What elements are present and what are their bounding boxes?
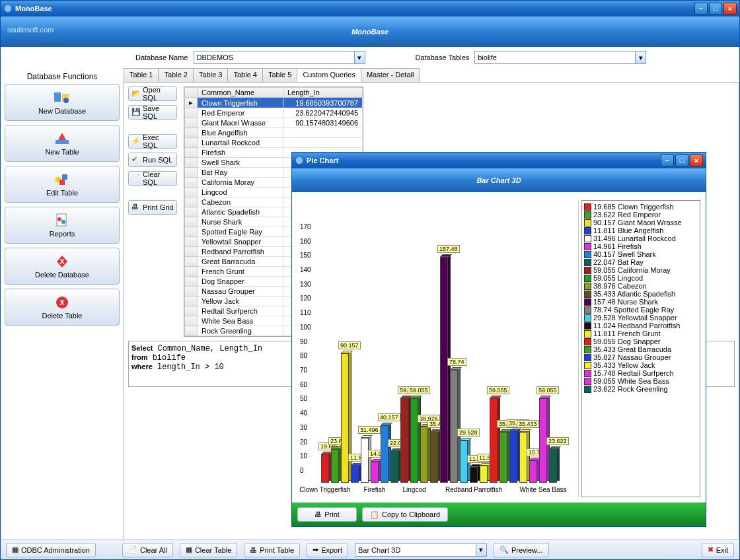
sidebar-delete-table-button[interactable]: XDelete Table [5,289,120,326]
close-button[interactable]: × [723,3,737,15]
legend-item: 59.055 White Sea Bass [584,377,698,385]
tab-table-4[interactable]: Table 4 [227,68,262,82]
legend-swatch [584,243,591,250]
legend-item: 78.74 Spotted Eagle Ray [584,306,698,314]
legend-item: 59.055 Lingcod [584,274,698,282]
tab-table-2[interactable]: Table 2 [158,68,193,82]
cell-length: 90.1574803149606 [283,118,363,128]
column-header[interactable]: Length_In [283,88,363,98]
print-grid-button[interactable]: 🖶Print Grid [128,200,177,215]
odbc-admin-button[interactable]: ▦ODBC Administration [6,543,96,557]
exit-button[interactable]: ✖Exit [702,543,734,557]
tab-custom-queries[interactable]: Custom Queries [297,68,361,82]
sidebar-item-label: New Database [38,107,86,115]
db-tables-input[interactable] [475,52,635,63]
legend-item: 22.047 Bat Ray [584,258,698,266]
sidebar-delete-database-button[interactable]: XDelete Database [5,248,120,285]
legend-label: 90.157 Giant Maori Wrasse [593,219,682,227]
copy-clipboard-button[interactable]: 📋Copy to Clipboard [362,507,448,522]
copy-icon: 📋 [370,510,379,519]
subdomain-label: ssuitesoft.com [7,26,54,34]
db-name-combo[interactable]: ▾ [194,51,365,64]
table-row[interactable]: Giant Maori Wrasse90.1574803149606 [185,118,363,128]
legend-item: 31.496 Lunartail Rockcod [584,234,698,242]
legend-item: 19.685 Clown Triggerfish [584,203,698,211]
legend-swatch [584,259,591,266]
sidebar-item-label: Reports [50,230,75,238]
row-marker [185,128,198,138]
legend-swatch [584,219,591,227]
sidebar-edit-table-button[interactable]: Edit Table [5,166,120,203]
column-header[interactable]: Common_Name [198,88,283,98]
legend-label: 38.976 Cabezon [593,282,647,290]
tab-table-3[interactable]: Table 3 [193,68,228,82]
legend-swatch [584,283,591,290]
chart-type-input[interactable] [355,544,476,556]
svg-text:X: X [59,258,65,265]
clear-all-button[interactable]: 📄Clear All [122,543,173,557]
table-row[interactable]: ▸Clown Triggerfish19.6850393700787 [185,98,363,108]
legend-swatch [584,370,591,377]
sidebar-reports-button[interactable]: Reports [5,207,120,244]
chart-minimize-button[interactable]: − [661,155,674,166]
legend-swatch [584,354,591,361]
sidebar-icon [53,90,71,106]
cell-name: Lingcod [198,188,283,197]
legend-item: 35.433 Great Barracuda [584,345,698,353]
legend-label: 59.055 Dog Snapper [593,337,661,345]
main-titlebar: MonoBase − □ × [1,1,739,17]
minimize-button[interactable]: − [694,3,708,15]
exec-sql-button[interactable]: ⚡Exec SQL [128,134,177,149]
row-marker [185,158,198,168]
sidebar-item-label: Edit Table [46,189,78,197]
page-icon: 📄 [131,174,141,183]
chart-print-button[interactable]: 🖶Print [297,507,357,522]
legend-label: 11.811 Blue Angelfish [593,227,663,234]
table-row[interactable]: Red Emperor23.6220472440945 [185,108,363,118]
cell-name: Rock Greenling [198,326,283,336]
check-icon: ✔ [131,155,141,164]
legend-label: 59.055 Lingcod [593,274,643,282]
print-table-button[interactable]: 🖶Print Table [244,543,300,557]
run-sql-button[interactable]: ✔Run SQL [128,153,177,167]
bar-value-label: 157.48 [437,245,460,253]
sidebar-icon: X [53,295,71,310]
chart-window-title: Pie Chart [307,157,661,164]
chart-titlebar[interactable]: Pie Chart − □ × [292,153,706,168]
legend-label: 14.961 Firefish [593,242,642,250]
table-row[interactable]: Blue Angelfish [185,128,363,138]
plot-area: 19.68523.62290.15711.81131.49614.96140.1… [316,200,579,497]
legend-item: 35.827 Nassau Grouper [584,353,698,361]
chart-type-combo[interactable]: ▾ [355,543,487,557]
svg-point-3 [63,98,69,103]
preview-button[interactable]: 🔍Preview... [494,543,549,557]
db-name-input[interactable] [194,52,354,63]
legend-swatch [584,314,591,322]
tab-strip: Table 1Table 2Table 3Table 4Table 5Custo… [124,68,739,83]
tab-table-1[interactable]: Table 1 [124,68,159,82]
clear-sql-button[interactable]: 📄Clear SQL [128,171,177,186]
legend-label: 23.622 Rock Greenling [593,385,668,393]
legend-swatch [584,338,591,345]
table-row[interactable]: Lunartail Rockcod [185,138,363,148]
maximize-button[interactable]: □ [709,3,722,15]
cell-name: Redtail Surfperch [198,306,283,316]
legend-swatch [584,386,591,393]
export-button[interactable]: ➡Export [307,543,348,557]
sidebar-new-database-button[interactable]: New Database [5,84,120,121]
save-sql-button[interactable]: 💾Save SQL [128,105,177,120]
dropdown-icon[interactable]: ▾ [635,52,646,63]
bar-value-label: 59.055 [408,386,430,394]
cell-name: Atlantic Spadefish [198,207,283,217]
legend-swatch [584,378,591,385]
tab-master---detail[interactable]: Master - Detail [361,68,420,82]
sidebar-new-table-button[interactable]: New Table [5,125,120,162]
open-sql-button[interactable]: 📂Open SQL [128,87,177,101]
chart-maximize-button[interactable]: □ [675,155,688,166]
db-tables-combo[interactable]: ▾ [474,51,646,64]
dropdown-icon[interactable]: ▾ [354,52,365,63]
chart-close-button[interactable]: × [690,155,703,166]
dropdown-icon[interactable]: ▾ [476,544,486,556]
clear-table-button[interactable]: ▦Clear Table [180,543,237,557]
tab-table-5[interactable]: Table 5 [262,68,297,82]
